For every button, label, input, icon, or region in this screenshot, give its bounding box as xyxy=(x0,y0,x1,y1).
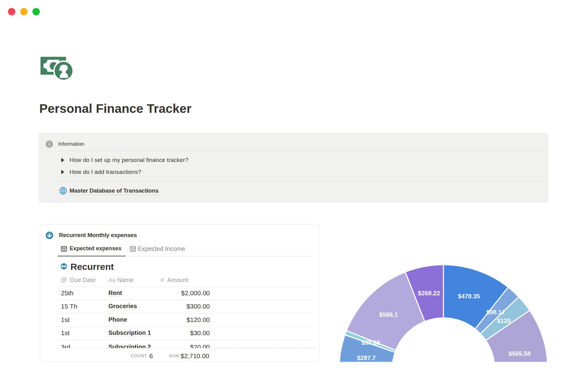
svg-text:$478.35: $478.35 xyxy=(458,293,480,300)
svg-text:$565.58: $565.58 xyxy=(509,350,531,357)
svg-text:$268.22: $268.22 xyxy=(418,290,440,297)
svg-text:$98.17: $98.17 xyxy=(486,309,505,316)
svg-text:$586.1: $586.1 xyxy=(379,311,398,318)
svg-text:$287.7: $287.7 xyxy=(357,355,376,361)
svg-text:$120: $120 xyxy=(497,317,511,324)
svg-text:$30.68: $30.68 xyxy=(361,339,380,346)
